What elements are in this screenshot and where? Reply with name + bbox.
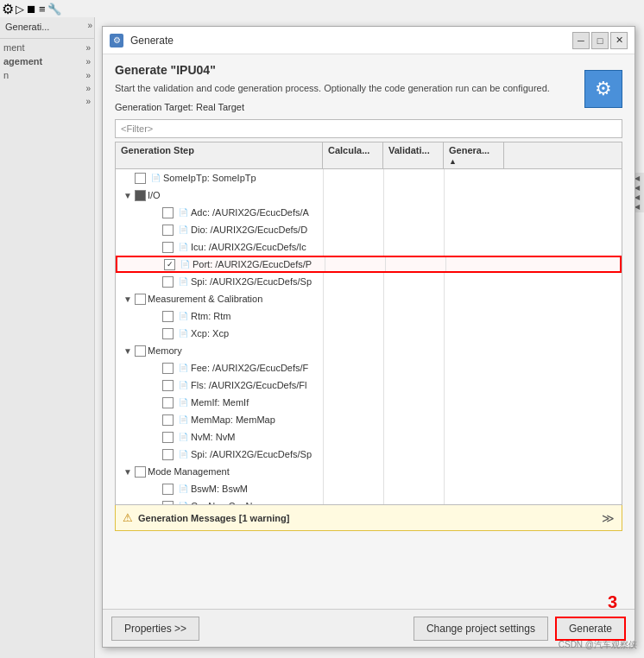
maximize-button[interactable]: □ [591,32,609,49]
expand-btn-memory[interactable]: ▼ [123,345,133,356]
tree-row-memory[interactable]: ▼ Memory [116,342,622,359]
checkbox-spi[interactable] [162,276,174,288]
expand-none-cannm [150,501,161,505]
cell-gen-spi [444,273,504,290]
dialog-description: Start the validation and code generation… [115,82,622,95]
label-memory: Memory [148,345,182,356]
cell-gen-cannm [444,497,504,505]
cell-valid-icu [383,238,444,256]
checkbox-io[interactable] [135,190,146,201]
tree-row-memmap[interactable]: 📄 MemMap: MemMap [116,411,622,428]
properties-button[interactable]: Properties >> [111,617,199,641]
tree-cell-fls: 📄 Fls: /AURIX2G/EcucDefs/Fl [116,380,323,391]
checkbox-nvm[interactable] [162,432,174,443]
tree-row-spi[interactable]: 📄 Spi: /AURIX2G/EcucDefs/Sp [116,273,622,290]
checkbox-someiptp[interactable] [135,173,146,184]
tree-row-memlf[interactable]: 📄 MemIf: MemIf [116,394,622,411]
expand-btn-measurement[interactable]: ▼ [123,294,133,304]
cell-calc-adc [323,204,383,221]
checkbox-rtm[interactable] [162,311,174,322]
header-calc-label: Calcula... [328,145,369,155]
checkbox-modemanagement[interactable] [135,466,146,478]
expand-btn-io[interactable]: ▼ [123,190,133,200]
checkbox-memory[interactable] [135,345,146,357]
checkbox-memmap[interactable] [162,414,174,426]
cell-gen-rtm [444,307,504,325]
expand-none-icu [150,242,161,252]
tree-row-fls[interactable]: 📄 Fls: /AURIX2G/EcucDefs/Fl [116,376,622,394]
cell-calc-memmap [323,411,383,428]
file-icon-dio: 📄 [177,225,189,235]
generation-messages-bar[interactable]: ⚠ Generation Messages [1 warning] ≫ [115,505,622,531]
toolbar-icon-5[interactable]: 🔧 [47,3,61,16]
checkbox-fls[interactable] [162,380,174,391]
cell-calc-someiptp [323,169,383,187]
file-icon-bswm: 📄 [177,484,189,494]
tree-row-icu[interactable]: 📄 Icu: /AURIX2G/EcucDefs/Ic [116,238,622,256]
checkbox-memlf[interactable] [162,397,174,408]
cell-valid-modemgmt [383,463,444,480]
filter-bar[interactable]: <Filter> [115,119,622,138]
messages-expand-icon[interactable]: ≫ [602,511,615,525]
tree-row-fee[interactable]: 📄 Fee: /AURIX2G/EcucDefs/F [116,359,622,376]
tree-row-modemanagement[interactable]: ▼ Mode Management [116,463,622,480]
tree-row-adc[interactable]: 📄 Adc: /AURIX2G/EcucDefs/A [116,204,622,221]
minimize-button[interactable]: ─ [572,32,590,49]
toolbar-icon-2[interactable]: ▷ [16,3,24,16]
checkbox-bswm[interactable] [162,484,174,495]
tree-row-io[interactable]: ▼ I/O [116,187,622,204]
sidebar-text-3: n [3,70,9,80]
dialog-titlebar: ⚙ Generate ─ □ ✕ [103,27,635,54]
header-validate[interactable]: Validati... [383,142,444,168]
toolbar-icon-1[interactable]: ⚙ [2,1,14,17]
tree-row-spi2[interactable]: 📄 Spi: /AURIX2G/EcucDefs/Sp [116,446,622,463]
checkbox-xcp[interactable] [162,328,174,339]
tree-row-someiptp[interactable]: 📄 SomeIpTp: SomeIpTp [116,169,622,187]
expand-btn-modemanagement[interactable]: ▼ [123,466,133,477]
change-project-settings-button[interactable]: Change project settings [414,617,548,641]
tree-row-nvm[interactable]: 📄 NvM: NvM [116,428,622,446]
checkbox-dio[interactable] [162,225,174,236]
expand-none-bswm [150,484,161,494]
checkbox-port[interactable] [164,259,175,270]
right-nav-arrow-4: ◀ [635,203,642,211]
cell-calc-nvm [323,428,383,446]
toolbar-icon-4[interactable]: ≡ [39,3,46,16]
file-icon-adc: 📄 [177,207,189,218]
checkbox-cannm[interactable] [162,501,174,505]
label-modemanagement: Mode Management [148,466,230,477]
sidebar-row-5: » [0,95,94,108]
generation-table[interactable]: Generation Step Calcula... Validati... G… [115,142,622,505]
label-dio: Dio: /AURIX2G/EcucDefs/D [191,225,307,235]
header-step[interactable]: Generation Step [116,142,323,168]
sidebar-row-2: agement » [0,54,94,68]
checkbox-icu[interactable] [162,242,174,253]
tree-row-cannm[interactable]: 📄 CanNm: CanNm [116,497,622,505]
dialog-header-icon: ⚙ [584,70,622,108]
label-xcp: Xcp: Xcp [191,328,229,338]
cell-valid-adc [383,204,444,221]
header-calculate[interactable]: Calcula... [323,142,383,168]
checkbox-spi2[interactable] [162,449,174,460]
expand-none-adc [150,207,161,218]
checkbox-adc[interactable] [162,207,174,218]
tree-row-dio[interactable]: 📄 Dio: /AURIX2G/EcucDefs/D [116,221,622,238]
tree-row-measurement[interactable]: ▼ Measurement & Calibration [116,290,622,307]
toolbar-icon-3[interactable]: ⏹ [26,3,37,16]
dialog-title-text: Generate [130,35,572,47]
file-icon-cannm: 📄 [177,501,189,505]
cell-valid-port [385,257,445,271]
close-button[interactable]: ✕ [610,32,628,49]
checkbox-measurement[interactable] [135,294,146,305]
tree-row-rtm[interactable]: 📄 Rtm: Rtm [116,307,622,325]
tree-row-xcp[interactable]: 📄 Xcp: Xcp [116,325,622,342]
tree-cell-rtm: 📄 Rtm: Rtm [116,311,323,322]
tree-row-port[interactable]: 📄 Port: /AURIX2G/EcucDefs/P 2 [116,256,622,273]
cell-gen-meas [444,290,504,307]
header-generate[interactable]: Genera... ▲ [444,142,504,168]
label-bswm: BswM: BswM [191,484,248,494]
tree-cell-port: 📄 Port: /AURIX2G/EcucDefs/P [117,259,325,270]
generate-button[interactable]: Generate [555,617,626,641]
tree-row-bswm[interactable]: 📄 BswM: BswM [116,480,622,497]
checkbox-fee[interactable] [162,363,174,374]
